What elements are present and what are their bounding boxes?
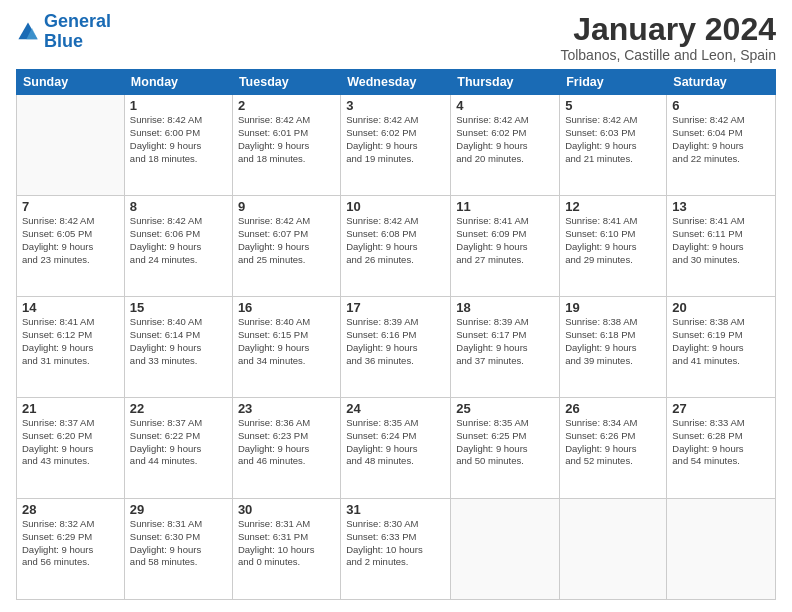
day-number: 5	[565, 98, 661, 113]
calendar-cell: 16Sunrise: 8:40 AM Sunset: 6:15 PM Dayli…	[232, 297, 340, 398]
day-info: Sunrise: 8:42 AM Sunset: 6:04 PM Dayligh…	[672, 114, 770, 165]
day-number: 13	[672, 199, 770, 214]
calendar-cell: 20Sunrise: 8:38 AM Sunset: 6:19 PM Dayli…	[667, 297, 776, 398]
calendar-cell: 11Sunrise: 8:41 AM Sunset: 6:09 PM Dayli…	[451, 196, 560, 297]
calendar-cell: 2Sunrise: 8:42 AM Sunset: 6:01 PM Daylig…	[232, 95, 340, 196]
day-info: Sunrise: 8:42 AM Sunset: 6:00 PM Dayligh…	[130, 114, 227, 165]
day-number: 31	[346, 502, 445, 517]
day-number: 20	[672, 300, 770, 315]
day-info: Sunrise: 8:38 AM Sunset: 6:18 PM Dayligh…	[565, 316, 661, 367]
day-number: 23	[238, 401, 335, 416]
calendar-cell	[17, 95, 125, 196]
logo-icon	[16, 20, 40, 44]
month-title: January 2024	[560, 12, 776, 47]
day-number: 27	[672, 401, 770, 416]
day-number: 1	[130, 98, 227, 113]
calendar-cell: 18Sunrise: 8:39 AM Sunset: 6:17 PM Dayli…	[451, 297, 560, 398]
calendar-cell	[667, 499, 776, 600]
day-info: Sunrise: 8:42 AM Sunset: 6:01 PM Dayligh…	[238, 114, 335, 165]
day-number: 9	[238, 199, 335, 214]
weekday-header-tuesday: Tuesday	[232, 70, 340, 95]
logo-line2: Blue	[44, 31, 83, 51]
day-number: 11	[456, 199, 554, 214]
calendar-table: SundayMondayTuesdayWednesdayThursdayFrid…	[16, 69, 776, 600]
day-number: 15	[130, 300, 227, 315]
calendar-cell: 31Sunrise: 8:30 AM Sunset: 6:33 PM Dayli…	[341, 499, 451, 600]
weekday-header-wednesday: Wednesday	[341, 70, 451, 95]
day-info: Sunrise: 8:39 AM Sunset: 6:16 PM Dayligh…	[346, 316, 445, 367]
day-number: 2	[238, 98, 335, 113]
day-info: Sunrise: 8:34 AM Sunset: 6:26 PM Dayligh…	[565, 417, 661, 468]
weekday-header-thursday: Thursday	[451, 70, 560, 95]
day-info: Sunrise: 8:38 AM Sunset: 6:19 PM Dayligh…	[672, 316, 770, 367]
day-number: 26	[565, 401, 661, 416]
calendar-cell: 26Sunrise: 8:34 AM Sunset: 6:26 PM Dayli…	[560, 398, 667, 499]
day-info: Sunrise: 8:40 AM Sunset: 6:15 PM Dayligh…	[238, 316, 335, 367]
calendar-cell: 29Sunrise: 8:31 AM Sunset: 6:30 PM Dayli…	[124, 499, 232, 600]
calendar-cell: 17Sunrise: 8:39 AM Sunset: 6:16 PM Dayli…	[341, 297, 451, 398]
day-info: Sunrise: 8:32 AM Sunset: 6:29 PM Dayligh…	[22, 518, 119, 569]
day-number: 14	[22, 300, 119, 315]
day-number: 17	[346, 300, 445, 315]
day-number: 12	[565, 199, 661, 214]
day-info: Sunrise: 8:41 AM Sunset: 6:10 PM Dayligh…	[565, 215, 661, 266]
day-info: Sunrise: 8:41 AM Sunset: 6:09 PM Dayligh…	[456, 215, 554, 266]
weekday-header-sunday: Sunday	[17, 70, 125, 95]
day-number: 10	[346, 199, 445, 214]
day-info: Sunrise: 8:31 AM Sunset: 6:31 PM Dayligh…	[238, 518, 335, 569]
day-info: Sunrise: 8:30 AM Sunset: 6:33 PM Dayligh…	[346, 518, 445, 569]
day-info: Sunrise: 8:36 AM Sunset: 6:23 PM Dayligh…	[238, 417, 335, 468]
day-number: 22	[130, 401, 227, 416]
weekday-header-monday: Monday	[124, 70, 232, 95]
day-number: 30	[238, 502, 335, 517]
day-number: 24	[346, 401, 445, 416]
calendar-cell: 12Sunrise: 8:41 AM Sunset: 6:10 PM Dayli…	[560, 196, 667, 297]
weekday-header-row: SundayMondayTuesdayWednesdayThursdayFrid…	[17, 70, 776, 95]
calendar-cell: 27Sunrise: 8:33 AM Sunset: 6:28 PM Dayli…	[667, 398, 776, 499]
calendar-cell: 19Sunrise: 8:38 AM Sunset: 6:18 PM Dayli…	[560, 297, 667, 398]
title-block: January 2024 Tolbanos, Castille and Leon…	[560, 12, 776, 63]
logo-text: General Blue	[44, 12, 111, 52]
calendar-cell: 24Sunrise: 8:35 AM Sunset: 6:24 PM Dayli…	[341, 398, 451, 499]
day-info: Sunrise: 8:35 AM Sunset: 6:24 PM Dayligh…	[346, 417, 445, 468]
calendar-cell: 6Sunrise: 8:42 AM Sunset: 6:04 PM Daylig…	[667, 95, 776, 196]
calendar-cell: 7Sunrise: 8:42 AM Sunset: 6:05 PM Daylig…	[17, 196, 125, 297]
calendar-cell: 15Sunrise: 8:40 AM Sunset: 6:14 PM Dayli…	[124, 297, 232, 398]
calendar-cell: 1Sunrise: 8:42 AM Sunset: 6:00 PM Daylig…	[124, 95, 232, 196]
day-info: Sunrise: 8:39 AM Sunset: 6:17 PM Dayligh…	[456, 316, 554, 367]
weekday-header-friday: Friday	[560, 70, 667, 95]
week-row-2: 7Sunrise: 8:42 AM Sunset: 6:05 PM Daylig…	[17, 196, 776, 297]
day-info: Sunrise: 8:33 AM Sunset: 6:28 PM Dayligh…	[672, 417, 770, 468]
header: General Blue January 2024 Tolbanos, Cast…	[16, 12, 776, 63]
calendar-cell: 13Sunrise: 8:41 AM Sunset: 6:11 PM Dayli…	[667, 196, 776, 297]
week-row-1: 1Sunrise: 8:42 AM Sunset: 6:00 PM Daylig…	[17, 95, 776, 196]
calendar-page: General Blue January 2024 Tolbanos, Cast…	[0, 0, 792, 612]
day-info: Sunrise: 8:41 AM Sunset: 6:12 PM Dayligh…	[22, 316, 119, 367]
calendar-cell: 10Sunrise: 8:42 AM Sunset: 6:08 PM Dayli…	[341, 196, 451, 297]
day-info: Sunrise: 8:31 AM Sunset: 6:30 PM Dayligh…	[130, 518, 227, 569]
day-number: 29	[130, 502, 227, 517]
day-number: 19	[565, 300, 661, 315]
week-row-3: 14Sunrise: 8:41 AM Sunset: 6:12 PM Dayli…	[17, 297, 776, 398]
calendar-cell: 9Sunrise: 8:42 AM Sunset: 6:07 PM Daylig…	[232, 196, 340, 297]
day-number: 28	[22, 502, 119, 517]
calendar-cell	[451, 499, 560, 600]
day-number: 3	[346, 98, 445, 113]
day-number: 25	[456, 401, 554, 416]
day-info: Sunrise: 8:37 AM Sunset: 6:22 PM Dayligh…	[130, 417, 227, 468]
day-info: Sunrise: 8:42 AM Sunset: 6:05 PM Dayligh…	[22, 215, 119, 266]
day-number: 18	[456, 300, 554, 315]
day-info: Sunrise: 8:42 AM Sunset: 6:02 PM Dayligh…	[346, 114, 445, 165]
day-number: 6	[672, 98, 770, 113]
calendar-cell: 21Sunrise: 8:37 AM Sunset: 6:20 PM Dayli…	[17, 398, 125, 499]
day-info: Sunrise: 8:42 AM Sunset: 6:03 PM Dayligh…	[565, 114, 661, 165]
calendar-cell: 14Sunrise: 8:41 AM Sunset: 6:12 PM Dayli…	[17, 297, 125, 398]
day-info: Sunrise: 8:42 AM Sunset: 6:08 PM Dayligh…	[346, 215, 445, 266]
calendar-cell	[560, 499, 667, 600]
day-info: Sunrise: 8:35 AM Sunset: 6:25 PM Dayligh…	[456, 417, 554, 468]
calendar-cell: 3Sunrise: 8:42 AM Sunset: 6:02 PM Daylig…	[341, 95, 451, 196]
weekday-header-saturday: Saturday	[667, 70, 776, 95]
calendar-cell: 4Sunrise: 8:42 AM Sunset: 6:02 PM Daylig…	[451, 95, 560, 196]
day-info: Sunrise: 8:37 AM Sunset: 6:20 PM Dayligh…	[22, 417, 119, 468]
calendar-cell: 8Sunrise: 8:42 AM Sunset: 6:06 PM Daylig…	[124, 196, 232, 297]
